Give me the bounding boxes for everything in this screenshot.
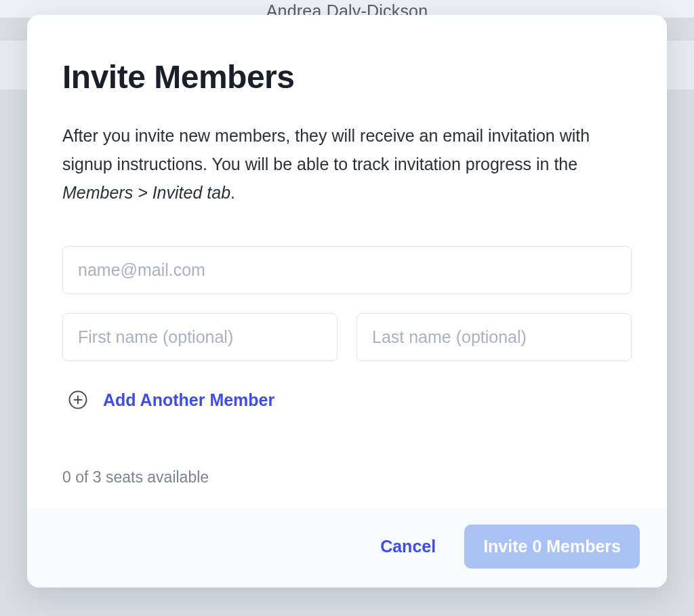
- modal-description: After you invite new members, they will …: [62, 121, 632, 207]
- modal-description-pre: After you invite new members, they will …: [62, 126, 590, 173]
- invite-members-button[interactable]: Invite 0 Members: [464, 525, 640, 569]
- name-row: [62, 313, 632, 361]
- cancel-button[interactable]: Cancel: [375, 529, 441, 564]
- plus-circle-icon: [68, 390, 88, 410]
- email-row: [62, 246, 632, 294]
- modal-description-post: .: [230, 183, 235, 202]
- modal-description-emphasis: Members > Invited tab: [62, 183, 230, 202]
- add-another-member-button[interactable]: Add Another Member: [68, 390, 274, 410]
- modal-title: Invite Members: [62, 58, 632, 96]
- modal-footer: Cancel Invite 0 Members: [27, 508, 667, 588]
- first-name-field[interactable]: [62, 313, 338, 361]
- last-name-field[interactable]: [356, 313, 632, 361]
- invite-members-modal: Invite Members After you invite new memb…: [27, 15, 667, 588]
- seats-available-text: 0 of 3 seats available: [62, 468, 632, 487]
- modal-body: Invite Members After you invite new memb…: [27, 15, 667, 508]
- add-another-member-label: Add Another Member: [103, 390, 274, 410]
- email-field[interactable]: [62, 246, 632, 294]
